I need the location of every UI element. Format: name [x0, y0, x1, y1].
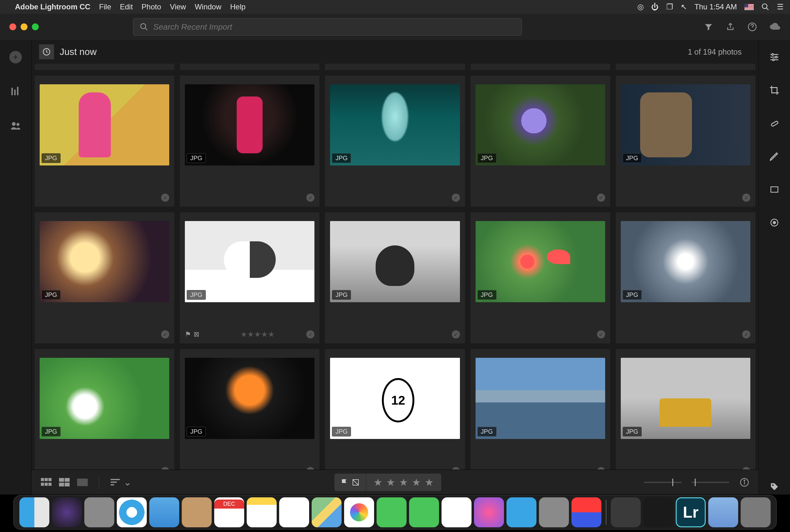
- flag-pick-icon[interactable]: ⚑: [185, 330, 191, 338]
- star-4-button[interactable]: ★: [412, 476, 421, 488]
- add-photos-button[interactable]: +: [8, 49, 23, 65]
- thumb-size-slider[interactable]: [644, 482, 682, 483]
- dock-mail-icon[interactable]: [149, 497, 179, 527]
- edit-sliders-icon[interactable]: [767, 49, 782, 65]
- star-1-button[interactable]: ★: [374, 476, 382, 488]
- dock-photos-icon[interactable]: [344, 497, 374, 527]
- photo-cell[interactable]: JPG✓: [616, 349, 755, 470]
- flag-reject-icon[interactable]: ⊠: [193, 330, 199, 338]
- dock-calendar-icon[interactable]: DEC13: [214, 497, 244, 527]
- photo-grid[interactable]: JPG✓JPG✓JPG✓JPG✓JPG✓ JPG✓JPG⚑⊠★★★★★✓JPG✓…: [32, 64, 758, 470]
- photo-cell[interactable]: JPG✓: [471, 76, 610, 207]
- svg-point-0: [762, 4, 767, 8]
- photo-cell[interactable]: JPG✓: [35, 349, 174, 470]
- close-window-button[interactable]: [10, 23, 16, 30]
- dock-messages-icon[interactable]: [377, 497, 407, 527]
- format-badge: JPG: [41, 427, 61, 436]
- photo-cell[interactable]: JPG✓: [616, 76, 755, 207]
- grid-large-view-button[interactable]: [59, 478, 71, 487]
- search-field[interactable]: [133, 18, 522, 36]
- photo-cell[interactable]: JPG✓: [325, 76, 465, 207]
- brush-icon[interactable]: [767, 149, 782, 164]
- dock-magnet-icon[interactable]: [571, 497, 601, 527]
- star-2-button[interactable]: ★: [386, 476, 395, 488]
- pointer-icon[interactable]: ↖: [681, 2, 687, 11]
- search-input[interactable]: [153, 22, 515, 32]
- menu-view[interactable]: View: [170, 2, 186, 11]
- photo-cell[interactable]: JPG✓: [180, 76, 319, 207]
- photo-cell[interactable]: JPG✓: [35, 212, 174, 343]
- spotlight-icon[interactable]: [761, 3, 769, 11]
- cc-status-icon[interactable]: ◎: [637, 2, 644, 11]
- dock-facetime-icon[interactable]: [409, 497, 439, 527]
- menu-window[interactable]: Window: [195, 2, 221, 11]
- chevron-down-icon: ⌄: [124, 477, 131, 488]
- photo-cell[interactable]: JPG✓: [325, 349, 465, 470]
- dock-1pw-icon[interactable]: [643, 497, 673, 527]
- keywords-tag-icon[interactable]: [767, 479, 782, 495]
- star-3-button[interactable]: ★: [399, 476, 408, 488]
- dock-trash-icon[interactable]: [741, 497, 771, 527]
- photo-cell[interactable]: JPG✓: [180, 349, 319, 470]
- dock-appstore-icon[interactable]: [506, 497, 537, 527]
- my-photos-icon[interactable]: [8, 84, 23, 99]
- recent-icon[interactable]: [39, 44, 54, 59]
- dock-finder-icon[interactable]: [19, 497, 49, 527]
- sort-button[interactable]: ⌄: [111, 477, 131, 488]
- menubar-clock[interactable]: Thu 1:54 AM: [694, 2, 737, 11]
- flag-reject-button[interactable]: [352, 479, 359, 486]
- displays-icon[interactable]: ❐: [666, 2, 673, 11]
- photo-cell[interactable]: JPG✓: [35, 76, 174, 207]
- zoom-controls: [644, 478, 749, 487]
- dock-imovie-icon[interactable]: [611, 497, 641, 527]
- menu-photo[interactable]: Photo: [142, 2, 161, 11]
- format-badge: JPG: [623, 427, 642, 436]
- menu-help[interactable]: Help: [230, 2, 245, 11]
- photo-cell[interactable]: JPG✓: [471, 212, 610, 343]
- sync-status-icon: ✓: [597, 194, 605, 202]
- share-icon[interactable]: [726, 22, 735, 32]
- sync-status-icon: ✓: [742, 330, 750, 338]
- photo-cell[interactable]: JPG✓: [616, 212, 755, 343]
- dock-maps-icon[interactable]: [312, 497, 342, 527]
- rating-stars[interactable]: ★★★★★: [241, 330, 275, 339]
- zoom-window-button[interactable]: [32, 23, 39, 30]
- cloud-sync-icon[interactable]: [769, 22, 780, 31]
- info-button[interactable]: [740, 478, 749, 487]
- photo-cell[interactable]: JPG✓: [325, 212, 465, 343]
- svg-point-20: [775, 56, 777, 58]
- dock-folder-icon[interactable]: [708, 497, 738, 527]
- power-icon[interactable]: ⏻: [651, 2, 659, 11]
- dock-contacts-icon[interactable]: [182, 497, 212, 527]
- dock-reminders-icon[interactable]: [279, 497, 309, 527]
- svg-rect-10: [111, 484, 114, 486]
- sharing-icon[interactable]: [8, 118, 23, 134]
- flag-pick-button[interactable]: [341, 479, 348, 486]
- dock-news-icon[interactable]: [441, 497, 471, 527]
- notification-center-icon[interactable]: ☰: [777, 2, 784, 11]
- zoom-slider[interactable]: [692, 482, 729, 483]
- menu-edit[interactable]: Edit: [120, 2, 133, 11]
- dock-lr-icon[interactable]: Lr: [676, 497, 706, 527]
- radial-gradient-icon[interactable]: [767, 215, 782, 230]
- photo-cell[interactable]: JPG✓: [471, 349, 610, 470]
- dock-notes-icon[interactable]: [247, 497, 277, 527]
- dock-safari-icon[interactable]: [117, 497, 147, 527]
- minimize-window-button[interactable]: [21, 23, 27, 30]
- crop-icon[interactable]: [767, 82, 782, 98]
- linear-gradient-icon[interactable]: [767, 182, 782, 197]
- star-5-button[interactable]: ★: [425, 476, 434, 488]
- photo-cell[interactable]: JPG⚑⊠★★★★★✓: [180, 212, 319, 343]
- healing-brush-icon[interactable]: [767, 115, 782, 131]
- dock-launchpad-icon[interactable]: [84, 497, 114, 527]
- single-view-button[interactable]: [77, 479, 88, 486]
- help-icon[interactable]: [748, 22, 757, 32]
- app-name[interactable]: Adobe Lightroom CC: [15, 2, 90, 11]
- grid-small-view-button[interactable]: [41, 478, 53, 487]
- input-source-flag-icon[interactable]: [745, 4, 754, 10]
- dock-settings-icon[interactable]: [539, 497, 569, 527]
- dock-itunes-icon[interactable]: [474, 497, 504, 527]
- menu-file[interactable]: File: [99, 2, 111, 11]
- filter-icon[interactable]: [704, 22, 713, 32]
- dock-siri-icon[interactable]: [52, 497, 82, 527]
